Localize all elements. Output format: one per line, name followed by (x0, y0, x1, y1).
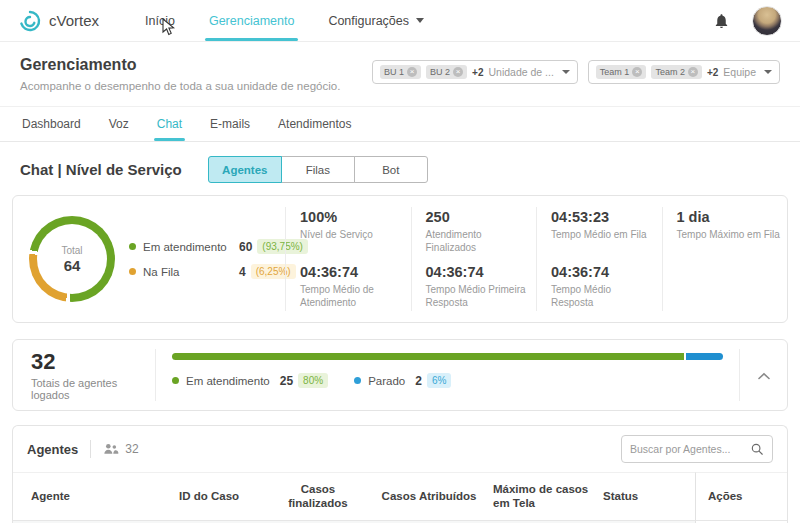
donut-center-label: Total (61, 245, 82, 256)
col-header-maximo-casos: Máximo de casos em Tela (487, 472, 597, 521)
segment-bot[interactable]: Bot (354, 156, 428, 183)
cvortex-logo-icon (18, 9, 42, 33)
agents-status-bar-chart (172, 353, 723, 360)
donut-legend-item: Em atendimento 60 (93,75%) (129, 239, 308, 254)
table-title: Agentes (27, 442, 78, 457)
chevron-down-icon (764, 70, 772, 74)
dashboard-tabs: Dashboard Voz Chat E-mails Atendimentos (0, 107, 800, 142)
agents-total: 32 (31, 349, 155, 375)
brand: cVortex (18, 9, 99, 33)
user-avatar[interactable] (752, 6, 782, 36)
segment-filas[interactable]: Filas (281, 156, 355, 183)
service-level-card: Total 64 Em atendimento 60 (93,75%) Na F… (12, 195, 788, 323)
stat-tempo-medio-resposta: 04:36:74 Tempo Médio Resposta (551, 264, 656, 309)
agents-total-label: Totais de agentes logados (31, 377, 155, 401)
top-navbar: cVortex Início Gerenciamento Configuraçõ… (0, 0, 800, 42)
agents-group-icon (103, 443, 119, 455)
tab-atendimentos[interactable]: Atendimentos (278, 107, 351, 141)
filter-more-count: +2 (472, 67, 483, 78)
stat-atendimento-finalizados: 250 Atendimento Finalizados (426, 209, 531, 254)
nav-item-configuracoes[interactable]: Configurações (328, 0, 424, 41)
col-header-agente: Agente (13, 472, 173, 521)
col-header-status: Status (597, 472, 695, 521)
bar-legend-item: Parado 2 6% (354, 373, 451, 388)
percent-badge: 80% (298, 373, 328, 388)
business-unit-filter[interactable]: BU 1 × BU 2 × +2 Unidade de ... (372, 60, 578, 84)
page-subtitle: Acompanhe o desempenho de toda a sua uni… (20, 80, 340, 92)
filter-chip: Team 2 × (651, 65, 702, 79)
bar-segment-parado (686, 353, 723, 360)
search-input[interactable] (630, 443, 750, 455)
filter-chip: BU 1 × (380, 65, 421, 79)
filter-chip: BU 2 × (426, 65, 467, 79)
brand-name: cVortex (49, 12, 99, 29)
search-icon[interactable] (750, 442, 764, 456)
segment-agentes[interactable]: Agentes (208, 156, 282, 183)
close-icon[interactable]: × (632, 67, 642, 77)
donut-center-value: 64 (64, 257, 81, 274)
green-dot-icon (172, 377, 179, 384)
close-icon[interactable]: × (407, 67, 417, 77)
filter-more-count: +2 (707, 67, 718, 78)
chevron-up-icon (758, 372, 770, 380)
close-icon[interactable]: × (453, 67, 463, 77)
agents-summary-card: 32 Totais de agentes logados Em atendime… (12, 339, 788, 411)
blue-dot-icon (354, 377, 361, 384)
filter-placeholder: Unidade de ... (488, 66, 553, 78)
col-header-acoes: Ações (695, 472, 788, 521)
agents-search (621, 435, 773, 463)
tab-dashboard[interactable]: Dashboard (22, 107, 81, 141)
col-header-casos-finalizados: Casos finalizados (265, 472, 371, 521)
agents-table: Agente ID do Caso Casos finalizados Caso… (13, 472, 787, 523)
nav-item-gerenciamento[interactable]: Gerenciamento (209, 0, 294, 41)
table-agent-count: 32 (125, 442, 138, 456)
agents-table-card: Agentes 32 Agente ID do Caso Casos final… (12, 425, 788, 523)
view-segmented-control: Agentes Filas Bot (208, 156, 428, 183)
collapse-card-button[interactable] (754, 364, 774, 387)
stat-tempo-medio-fila: 04:53:23 Tempo Médio em Fila (551, 209, 656, 241)
stat-tempo-medio-primeira-resposta: 04:36:74 Tempo Médio Primeira Resposta (426, 264, 531, 309)
page-title: Gerenciamento (20, 56, 340, 74)
tab-voz[interactable]: Voz (109, 107, 129, 141)
filter-placeholder: Equipe (723, 66, 756, 78)
notifications-bell-icon[interactable] (713, 12, 730, 30)
donut-legend-item: Na Fila 4 (6,25%) (129, 264, 308, 279)
filter-chip: Team 1 × (596, 65, 647, 79)
close-icon[interactable]: × (688, 67, 698, 77)
green-dot-icon (129, 243, 136, 250)
chevron-down-icon (416, 18, 424, 23)
main-nav: Início Gerenciamento Configurações (145, 0, 424, 41)
col-header-casos-atribuidos: Casos Atribuídos (371, 472, 487, 521)
bar-legend-item: Em atendimento 25 80% (172, 373, 328, 388)
mouse-cursor-icon (162, 18, 176, 40)
bar-segment-em-atendimento (172, 353, 684, 360)
stat-nivel-servico: 100% Nível de Serviço (300, 209, 405, 241)
col-header-id-caso: ID do Caso (173, 472, 265, 521)
orange-dot-icon (129, 268, 136, 275)
team-filter[interactable]: Team 1 × Team 2 × +2 Equipe (588, 60, 780, 84)
chevron-down-icon (562, 70, 570, 74)
stat-tempo-medio-atendimento: 04:36:74 Tempo Médio de Atendimento (300, 264, 405, 309)
stat-tempo-maximo-fila: 1 dia Tempo Máximo em Fila (677, 209, 782, 241)
tab-emails[interactable]: E-mails (210, 107, 250, 141)
section-title: Chat | Nível de Serviço (20, 161, 182, 178)
divider (90, 440, 91, 458)
page-header: Gerenciamento Acompanhe o desempenho de … (0, 42, 800, 107)
percent-badge: 6% (427, 373, 451, 388)
tab-chat[interactable]: Chat (157, 107, 182, 141)
service-donut-chart: Total 64 (29, 216, 115, 302)
